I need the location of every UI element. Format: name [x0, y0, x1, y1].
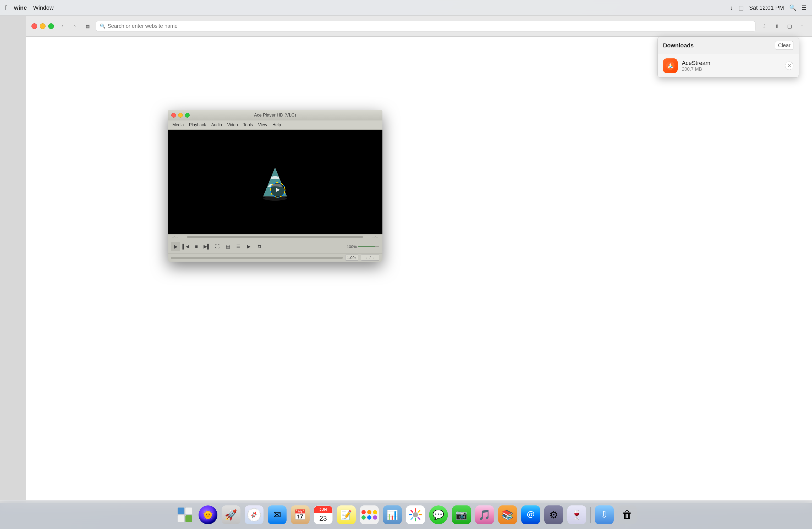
dock-item-music[interactable]: 🎵 — [474, 504, 495, 525]
browser-sidebar — [0, 16, 26, 503]
vlc-menu-audio[interactable]: Audio — [209, 121, 225, 128]
dock-item-slides[interactable]: 📊 — [382, 504, 403, 525]
menubar-right: ↓ ◫ Sat 12:01 PM 🔍 ☰ — [730, 4, 807, 11]
vlc-fullscreen-button[interactable] — [185, 113, 190, 118]
wifi-icon: ↓ — [730, 4, 733, 11]
vlc-bottom-bar: 1.00x --:--/--:-- — [168, 253, 382, 262]
calendar-day: 23 — [314, 513, 332, 524]
dock-item-downloads[interactable]: ⇩ — [594, 504, 615, 525]
download-info: AceStream 200.7 MB — [682, 60, 781, 72]
dock-item-sysprefs[interactable]: ⚙ — [543, 504, 564, 525]
calendar-month: JUN — [314, 506, 332, 513]
address-search-icon: 🔍 — [100, 23, 105, 29]
vlc-playlist-button[interactable]: ☰ — [234, 242, 243, 251]
vlc-menu-view[interactable]: View — [256, 121, 270, 128]
vlc-menu-help[interactable]: Help — [270, 121, 284, 128]
display-icon: ◫ — [738, 4, 744, 11]
vlc-progress-bar[interactable] — [171, 256, 343, 259]
browser-toolbar: ‹ › ▦ 🔍 ⇩ ⇧ ▢ + — [26, 16, 812, 36]
vlc-time-display: --:--/--:-- — [361, 254, 379, 261]
vlc-fullscreen-ctrl-button[interactable]: ⛶ — [213, 242, 222, 251]
dock-item-facetime[interactable]: 📷 — [451, 504, 472, 525]
download-remove-button[interactable]: ✕ — [785, 61, 793, 70]
dock-item-wine[interactable]: 🍷 — [566, 504, 587, 525]
vlc-speed-display[interactable]: 1.00x — [345, 254, 358, 261]
dock-item-reminders[interactable] — [359, 504, 380, 525]
dock-item-mail[interactable]: ✉ — [267, 504, 288, 525]
vlc-shuffle-button[interactable]: ⇆ — [255, 242, 264, 251]
window-traffic-lights — [31, 23, 54, 29]
share-button[interactable]: ⇧ — [772, 21, 782, 31]
dock-item-calendar[interactable]: JUN 23 — [313, 504, 334, 525]
download-button[interactable]: ⇩ — [759, 21, 769, 31]
apple-logo-icon[interactable]:  — [5, 4, 8, 12]
vlc-controls: ▶ ▌◀ ■ ▶▌ ⛶ ▤ ☰ ▶ ⇆ 100% — [168, 240, 382, 253]
dock-item-books[interactable]: 📚 — [497, 504, 518, 525]
address-input[interactable] — [108, 23, 752, 29]
vlc-seek-track[interactable] — [187, 236, 363, 238]
download-size: 200.7 MB — [682, 67, 781, 72]
download-item: AceStream 200.7 MB ✕ — [658, 54, 799, 77]
vlc-close-button[interactable] — [171, 113, 176, 118]
close-button[interactable] — [31, 23, 37, 29]
dock-item-contacts[interactable]: 📅 — [290, 504, 311, 525]
reading-list-button[interactable]: ▢ — [785, 21, 794, 31]
dock-separator — [590, 507, 591, 523]
vlc-seekbar: --:-- --:-- — [168, 234, 382, 240]
sidebar-toggle-button[interactable]: ▦ — [83, 22, 92, 30]
vlc-time-left: --:-- — [172, 235, 185, 239]
downloads-header: Downloads Clear — [658, 37, 799, 54]
back-button[interactable]: ‹ — [58, 22, 67, 30]
vlc-traffic-lights — [171, 113, 190, 118]
vlc-volume-label: 100% — [347, 244, 357, 249]
menubar-app-name[interactable]: wine — [14, 4, 27, 11]
menubar-window[interactable]: Window — [33, 4, 54, 11]
vlc-prev-button[interactable]: ▌◀ — [181, 242, 191, 251]
system-clock: Sat 12:01 PM — [749, 4, 784, 11]
minimize-button[interactable] — [40, 23, 46, 29]
forward-button[interactable]: › — [71, 22, 79, 30]
notification-icon[interactable]: ☰ — [801, 4, 807, 11]
vlc-menu-playback[interactable]: Playback — [187, 121, 209, 128]
clear-downloads-button[interactable]: Clear — [775, 41, 793, 50]
vlc-title: Ace Player HD (VLC) — [254, 113, 296, 118]
search-icon[interactable]: 🔍 — [789, 4, 796, 11]
vlc-video-area[interactable] — [168, 130, 382, 234]
vlc-volume-bar[interactable] — [358, 246, 379, 247]
dock-item-notes[interactable]: 📝 — [336, 504, 357, 525]
vlc-eq-button[interactable]: ▤ — [223, 242, 233, 251]
download-name: AceStream — [682, 60, 781, 67]
vlc-minimize-button[interactable] — [178, 113, 183, 118]
dock-item-rocket[interactable]: 🚀 — [220, 504, 242, 525]
dock-item-appstore[interactable]: ＠ — [520, 504, 541, 525]
dock-item-finder[interactable] — [174, 504, 195, 525]
new-tab-button[interactable]: + — [797, 21, 807, 31]
fullscreen-button[interactable] — [48, 23, 54, 29]
vlc-menu-media[interactable]: Media — [170, 121, 187, 128]
address-bar[interactable]: 🔍 — [96, 21, 755, 31]
vlc-play-button[interactable]: ▶ — [171, 242, 180, 251]
dock: 🌞 🚀 — [0, 500, 812, 529]
vlc-menu-video[interactable]: Video — [224, 121, 241, 128]
dock-item-trash[interactable]: 🗑 — [617, 504, 638, 525]
download-app-icon — [663, 58, 678, 73]
browser-actions: ⇩ ⇧ ▢ + — [759, 21, 807, 31]
browser-main — [26, 36, 812, 503]
dock-item-messages[interactable]: 💬 — [428, 504, 449, 525]
vlc-logo — [258, 162, 292, 202]
vlc-menu-tools[interactable]: Tools — [241, 121, 256, 128]
svg-line-20 — [411, 510, 413, 512]
vlc-time-right: --:-- — [365, 235, 378, 239]
vlc-stop-button[interactable]: ■ — [192, 242, 201, 251]
vlc-next-button[interactable]: ▶▌ — [202, 242, 212, 251]
dock-item-photos[interactable] — [405, 504, 426, 525]
menubar:  wine Window ↓ ◫ Sat 12:01 PM 🔍 ☰ — [0, 0, 812, 16]
vlc-menu: Media Playback Audio Video Tools View He… — [168, 120, 382, 130]
vlc-window: Ace Player HD (VLC) Media Playback Audio… — [168, 110, 382, 262]
dock-item-siri[interactable]: 🌞 — [198, 504, 218, 525]
dock-item-safari[interactable] — [244, 504, 264, 525]
vlc-loop-button[interactable]: ▶ — [244, 242, 253, 251]
svg-point-15 — [413, 512, 418, 517]
downloads-panel: Downloads Clear AceStream 200.7 MB ✕ — [657, 36, 799, 77]
vlc-titlebar: Ace Player HD (VLC) — [168, 110, 382, 120]
